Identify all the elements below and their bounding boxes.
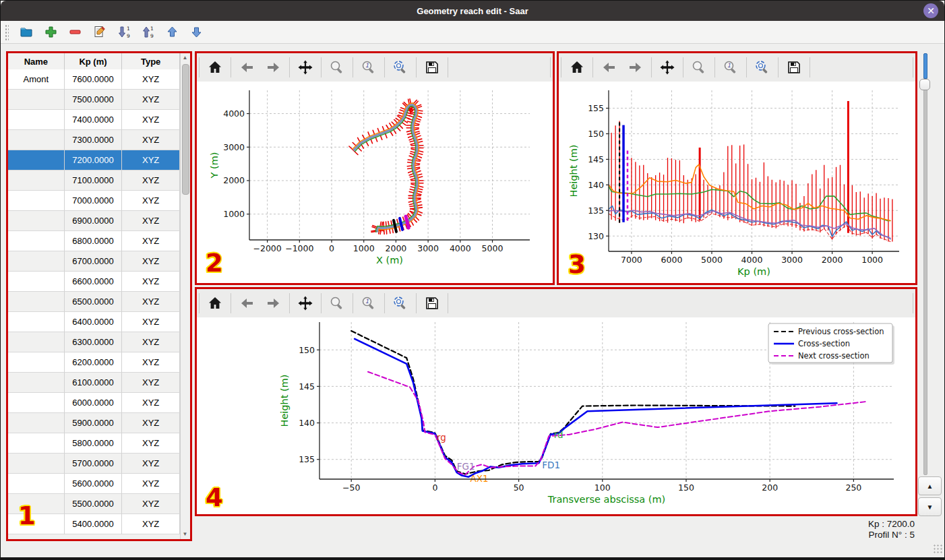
toolbar-separator: [683, 57, 683, 77]
plan-view-plot[interactable]: −2000−1000010002000300040005000100020003…: [197, 82, 553, 283]
mpl-zoom-button[interactable]: [688, 56, 710, 79]
open-folder-button[interactable]: [18, 24, 35, 41]
table-row[interactable]: Amont7600.0000XYZ: [8, 69, 180, 90]
toolbar-separator: [353, 57, 353, 77]
mpl-forward-button[interactable]: [262, 56, 285, 79]
legend-label: Cross-section: [798, 339, 850, 348]
toolbar-grip[interactable]: [5, 24, 9, 40]
table-row[interactable]: 7500.0000XYZ: [8, 90, 180, 110]
table-row[interactable]: 6200.0000XYZ: [8, 352, 180, 373]
table-row[interactable]: 6700.0000XYZ: [8, 251, 180, 272]
table-row[interactable]: 6300.0000XYZ: [8, 332, 180, 352]
profile-up-button[interactable]: ▲: [918, 476, 942, 495]
mpl-zoom-fit-button[interactable]: [389, 56, 412, 79]
back-icon: [601, 59, 617, 75]
add-button[interactable]: [42, 24, 59, 41]
mpl-zoom-button[interactable]: [326, 292, 348, 315]
table-row[interactable]: 5500.0000XYZ: [8, 494, 180, 514]
resize-grip[interactable]: [933, 544, 942, 553]
table-row[interactable]: 6100.0000XYZ: [8, 373, 180, 393]
table-row[interactable]: 5800.0000XYZ: [8, 433, 180, 454]
mpl-save-button[interactable]: [421, 56, 444, 79]
mpl-zoom-button[interactable]: [326, 56, 348, 79]
column-header-kp[interactable]: Kp (m): [65, 53, 123, 69]
table-row[interactable]: 5400.0000XYZ: [8, 514, 180, 534]
column-header-type[interactable]: Type: [122, 53, 180, 69]
cell-type: XYZ: [122, 130, 180, 150]
table-row[interactable]: 5600.0000XYZ: [8, 474, 180, 494]
table-row[interactable]: 5700.0000XYZ: [8, 454, 180, 474]
table-row[interactable]: 6900.0000XYZ: [8, 211, 180, 231]
cell-type: XYZ: [122, 312, 180, 332]
cell-name: [8, 251, 65, 272]
scroll-down-icon[interactable]: ▼: [181, 530, 189, 539]
cell-kp: 7000.0000: [65, 191, 123, 211]
cell-type: XYZ: [122, 514, 180, 534]
table-row[interactable]: 6400.0000XYZ: [8, 312, 180, 332]
table-row[interactable]: 7100.0000XYZ: [8, 170, 180, 191]
add-icon: [44, 25, 58, 39]
cell-kp: 6100.0000: [65, 373, 123, 393]
mpl-back-button[interactable]: [597, 56, 620, 79]
slider-handle[interactable]: [919, 79, 930, 90]
table-row[interactable]: 6500.0000XYZ: [8, 292, 180, 312]
mpl-pan-button[interactable]: [656, 56, 679, 79]
toolbar-separator: [231, 293, 231, 313]
edit-button[interactable]: [90, 24, 108, 41]
scroll-up-icon[interactable]: ▲: [181, 53, 189, 63]
mpl-back-button[interactable]: [235, 292, 258, 315]
remove-button[interactable]: [66, 24, 84, 41]
cell-type: XYZ: [122, 292, 180, 312]
cell-kp: 5500.0000: [65, 494, 123, 514]
column-header-name[interactable]: Name: [8, 53, 65, 69]
table-row-partial[interactable]: [8, 534, 180, 539]
mpl-zoom-fit-button[interactable]: [751, 56, 774, 79]
profile-slider[interactable]: [919, 53, 930, 474]
svg-text:135: 135: [588, 206, 604, 216]
table-row[interactable]: 7400.0000XYZ: [8, 110, 180, 130]
cell-kp: 5800.0000: [65, 433, 123, 454]
sort-ascending-button[interactable]: 19: [139, 24, 156, 41]
table-row[interactable]: 5900.0000XYZ: [8, 413, 180, 433]
table-row[interactable]: 6800.0000XYZ: [8, 231, 180, 251]
mpl-home-button[interactable]: [204, 292, 226, 315]
mpl-zoom-one-button[interactable]: 1: [357, 292, 380, 315]
table-row[interactable]: 6000.0000XYZ: [8, 393, 180, 413]
cross-section-table[interactable]: NameKp (m)Type Amont7600.0000XYZ7500.000…: [8, 53, 181, 539]
mpl-home-button[interactable]: [204, 56, 226, 79]
table-scrollbar[interactable]: ▲ ▼: [180, 53, 190, 539]
profile-down-button[interactable]: ▼: [918, 497, 942, 516]
scrollbar-thumb[interactable]: [182, 64, 189, 195]
mpl-zoom-one-button[interactable]: 1: [357, 56, 380, 79]
mpl-forward-button[interactable]: [624, 56, 647, 79]
table-row[interactable]: 7200.0000XYZ: [8, 150, 180, 170]
move-down-button[interactable]: [187, 24, 205, 41]
cell-name: [8, 433, 65, 454]
sort-descending-icon: 19: [117, 25, 131, 39]
mpl-forward-button[interactable]: [262, 292, 285, 315]
slider-track[interactable]: [923, 53, 927, 475]
kp-status: Kp : 7200.0: [776, 519, 915, 530]
titlebar[interactable]: Geometry reach edit - Saar ✕: [1, 1, 944, 21]
mpl-pan-button[interactable]: [294, 292, 317, 315]
table-row[interactable]: 7000.0000XYZ: [8, 191, 180, 211]
cross-section-plot[interactable]: rgFG1AX1FD1rd−50050100150200250135140145…: [197, 317, 915, 514]
profil-status: Profil N° : 5: [776, 530, 915, 540]
sort-ascending-icon: 19: [141, 25, 155, 39]
mpl-home-button[interactable]: [566, 56, 588, 79]
cell-kp: 6600.0000: [65, 272, 123, 292]
close-button[interactable]: ✕: [923, 3, 938, 18]
mpl-back-button[interactable]: [235, 56, 258, 79]
table-row[interactable]: 7300.0000XYZ: [8, 130, 180, 150]
mpl-pan-button[interactable]: [294, 56, 317, 79]
move-up-button[interactable]: [163, 24, 181, 41]
cell-name: [8, 292, 65, 312]
svg-text:Kp (m): Kp (m): [737, 266, 770, 277]
mpl-zoom-fit-button[interactable]: [389, 292, 412, 315]
table-row[interactable]: 6600.0000XYZ: [8, 272, 180, 292]
long-profile-plot[interactable]: 7000600050004000300020001000130135140145…: [559, 82, 915, 283]
mpl-save-button[interactable]: [783, 56, 805, 79]
mpl-zoom-one-button[interactable]: 1: [719, 56, 742, 79]
sort-descending-button[interactable]: 19: [115, 24, 132, 41]
mpl-save-button[interactable]: [421, 292, 444, 315]
